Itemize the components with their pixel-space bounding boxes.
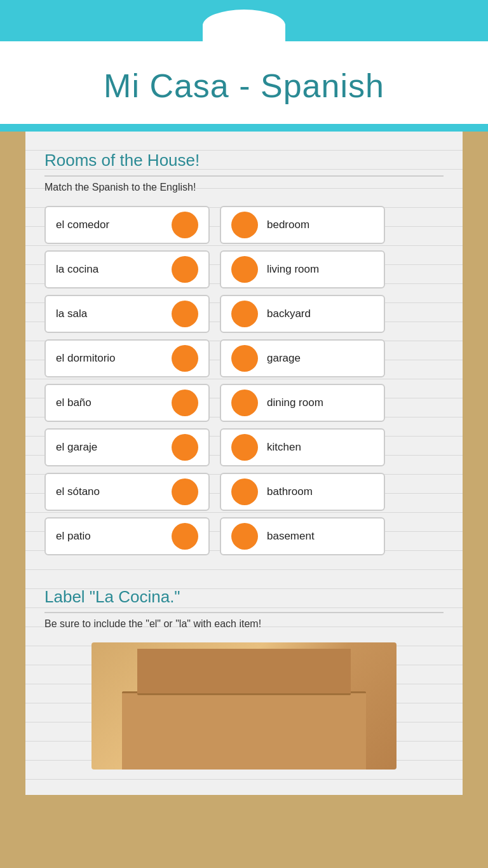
logo [203,10,285,41]
section1-heading: Rooms of the House! [44,151,444,177]
english-text: garage [267,352,301,365]
spanish-text: la cocina [56,263,98,276]
spanish-card[interactable]: el patio [44,517,210,555]
english-card[interactable]: kitchen [220,428,385,466]
english-card[interactable]: dining room [220,384,385,422]
connect-dot-left[interactable] [231,523,258,550]
english-card[interactable]: bedroom [220,206,385,244]
spanish-text: el dormitorio [56,352,116,365]
english-card[interactable]: living room [220,250,385,288]
spanish-card[interactable]: la sala [44,295,210,333]
section1: Rooms of the House! Match the Spanish to… [44,151,444,555]
connect-dot-right[interactable] [172,345,198,372]
table-row: la sala backyard [44,295,444,333]
top-bar [0,0,488,41]
spanish-card[interactable]: el comedor [44,206,210,244]
spanish-text: el patio [56,530,91,543]
spanish-text: el baño [56,397,92,409]
table-row: el comedor bedroom [44,206,444,244]
match-grid: el comedor bedroom la cocina living room [44,206,444,555]
divider-bar [0,124,488,132]
connect-dot-right[interactable] [172,478,198,505]
section2: Label "La Cocina." Be sure to include th… [44,587,444,770]
main-content: Rooms of the House! Match the Spanish to… [25,132,463,795]
spanish-card[interactable]: el dormitorio [44,339,210,377]
english-card[interactable]: bathroom [220,473,385,511]
connect-dot-left[interactable] [231,434,258,461]
spanish-text: el garaje [56,441,97,454]
connect-dot-left[interactable] [231,345,258,372]
kitchen-image-area [44,642,444,770]
section2-instruction: Be sure to include the "el" or "la" with… [44,618,444,630]
english-text: kitchen [267,441,301,454]
spanish-card[interactable]: el sótano [44,473,210,511]
page-title: Mi Casa - Spanish [13,67,475,105]
connect-dot-right[interactable] [172,434,198,461]
section1-instruction: Match the Spanish to the English! [44,182,444,193]
english-text: dining room [267,397,323,409]
connect-dot-right[interactable] [172,301,198,327]
table-row: el sótano bathroom [44,473,444,511]
section2-heading: Label "La Cocina." [44,587,444,613]
spanish-card[interactable]: la cocina [44,250,210,288]
connect-dot-left[interactable] [231,212,258,238]
connect-dot-right[interactable] [172,212,198,238]
kitchen-image [92,642,396,770]
connect-dot-left[interactable] [231,256,258,283]
table-row: el dormitorio garage [44,339,444,377]
connect-dot-right[interactable] [172,390,198,416]
english-text: bathroom [267,485,313,498]
connect-dot-left[interactable] [231,301,258,327]
english-card[interactable]: backyard [220,295,385,333]
spanish-text: la sala [56,308,87,320]
table-row: el baño dining room [44,384,444,422]
spanish-text: el sótano [56,485,100,498]
connect-dot-left[interactable] [231,478,258,505]
spanish-text: el comedor [56,219,109,231]
connect-dot-right[interactable] [172,523,198,550]
english-text: bedroom [267,219,309,231]
spanish-card[interactable]: el garaje [44,428,210,466]
connect-dot-right[interactable] [172,256,198,283]
title-area: Mi Casa - Spanish [0,41,488,124]
english-text: basement [267,530,315,543]
table-row: la cocina living room [44,250,444,288]
english-text: backyard [267,308,311,320]
table-row: el patio basement [44,517,444,555]
english-card[interactable]: garage [220,339,385,377]
connect-dot-left[interactable] [231,390,258,416]
english-text: living room [267,263,319,276]
table-row: el garaje kitchen [44,428,444,466]
english-card[interactable]: basement [220,517,385,555]
spanish-card[interactable]: el baño [44,384,210,422]
